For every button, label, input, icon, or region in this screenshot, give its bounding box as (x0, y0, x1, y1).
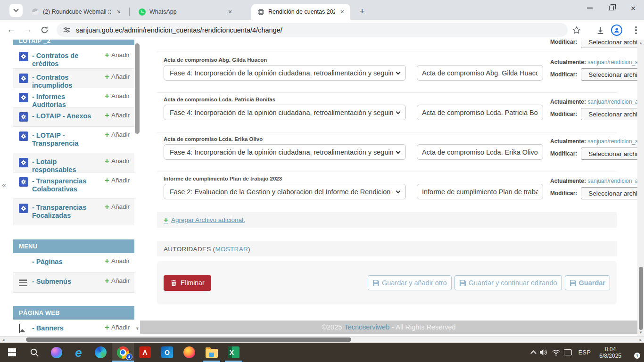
scroll-right-icon[interactable]: ► (637, 338, 644, 342)
file-name-input[interactable] (417, 184, 543, 199)
horizontal-scrollbar[interactable]: ◄ ► (0, 336, 644, 343)
close-tab-icon[interactable]: × (226, 8, 234, 16)
notification-center-button[interactable]: 1 (629, 348, 639, 357)
select-file-button[interactable]: Seleccionar archivo (581, 187, 637, 199)
phase-select[interactable]: Fase 4: Incorporación de la opinión ciud… (164, 65, 406, 81)
add-link[interactable]: Añadir (105, 177, 130, 184)
save-and-add-button[interactable]: Guardar y añadir otro (368, 275, 452, 290)
add-link[interactable]: Añadir (105, 203, 130, 210)
scroll-down-icon[interactable]: ▼ (637, 330, 644, 335)
add-link[interactable]: Añadir (105, 157, 130, 165)
sidebar-scroll-down-icon[interactable]: ▼ (135, 326, 140, 331)
taskbar-search-button[interactable] (23, 343, 45, 362)
add-link[interactable]: Añadir (105, 112, 130, 119)
file-name-input[interactable] (417, 105, 543, 120)
footer-company-link[interactable]: Tecnoserviweb (344, 323, 389, 331)
tab-whatsapp[interactable]: WhatsApp × (132, 4, 238, 20)
save-button[interactable]: Guardar (565, 275, 610, 290)
site-settings-icon[interactable] (63, 26, 70, 33)
restore-button[interactable] (601, 0, 622, 16)
sidebar-scrollbar-thumb[interactable] (135, 43, 140, 134)
reload-button[interactable] (38, 23, 51, 36)
file-name-input[interactable] (417, 65, 543, 81)
currently-label: Actualmente: (550, 99, 586, 105)
currently-label: Actualmente: (550, 138, 586, 145)
current-file-link[interactable]: sanjuan/rendicion_arch (587, 99, 637, 105)
taskbar-acrobat-button[interactable]: Λ (134, 343, 156, 362)
address-bar[interactable]: sanjuan.gob.ec/admin/rendicion_cuentas/r… (57, 23, 568, 37)
current-file-link[interactable]: sanjuan/rendicion_arch (587, 178, 637, 184)
vertical-scrollbar[interactable]: ▲ ▼ (637, 40, 644, 336)
minimize-button[interactable] (579, 0, 601, 16)
vertical-scrollbar-thumb[interactable] (639, 267, 643, 330)
profile-avatar-icon[interactable] (611, 24, 623, 36)
taskbar-excel-button[interactable]: X (223, 343, 245, 362)
add-link[interactable]: Añadir (105, 73, 130, 80)
sidebar-item-banners[interactable]: - Banners Añadir (13, 320, 134, 336)
close-tab-icon[interactable]: × (115, 8, 123, 16)
volume-icon[interactable] (539, 349, 548, 356)
sidebar-collapse-toggle[interactable]: « (2, 181, 6, 189)
taskbar-firefox-button[interactable] (178, 343, 200, 362)
scroll-up-icon[interactable]: ▲ (637, 41, 644, 45)
add-link[interactable]: Añadir (105, 51, 130, 58)
phase-select-value: Fase 4: Incorporación de la opinión ciud… (170, 148, 393, 156)
browser-menu-icon[interactable] (630, 24, 642, 36)
taskbar-copilot-button[interactable] (45, 343, 67, 362)
current-file-link[interactable]: sanjuan/rendicion_arch (587, 138, 637, 145)
remote-display-icon[interactable] (564, 349, 572, 355)
download-icon[interactable] (594, 24, 606, 36)
taskbar-edge-button[interactable] (90, 343, 112, 362)
horizontal-scrollbar-thumb[interactable] (26, 337, 351, 342)
current-file-link[interactable]: sanjuan/rendicion_arch (587, 59, 637, 66)
sidebar-item-informes-auditorias[interactable]: - Informes Auditorías Añadir (13, 88, 134, 107)
sidebar-scrollbar[interactable] (134, 40, 140, 336)
back-button[interactable]: ← (5, 23, 18, 36)
add-additional-file-link[interactable]: Agregar Archivo adicional. (164, 215, 245, 225)
tab-rendicion-active[interactable]: Rendición de cuentas 2024 | Mo × (251, 4, 350, 20)
add-link[interactable]: Añadir (105, 257, 130, 264)
bookmark-star-icon[interactable] (570, 24, 583, 36)
file-name-input[interactable] (417, 144, 543, 160)
tab-search-button[interactable] (9, 4, 23, 17)
sidebar-item-lotaip-anexos[interactable]: - LOTAIP - Anexos Añadir (13, 107, 134, 127)
taskbar-outlook-button[interactable]: O (156, 343, 178, 362)
add-link[interactable]: Añadir (105, 324, 130, 331)
save-and-continue-button[interactable]: Guardar y continuar editando (454, 275, 562, 290)
select-file-button[interactable]: Seleccionar archivo (581, 68, 637, 81)
new-tab-button[interactable] (356, 6, 368, 17)
start-button[interactable] (1, 343, 23, 362)
sidebar-item-contratos-incumplidos[interactable]: - Contratos incumplidos Añadir (13, 69, 134, 88)
add-link[interactable]: Añadir (105, 92, 130, 99)
phase-select[interactable]: Fase 4: Incorporación de la opinión ciud… (164, 144, 406, 160)
forward-button[interactable]: → (21, 23, 34, 36)
select-file-button[interactable]: Seleccionar archivo (581, 40, 637, 48)
sidebar-item-lotaip-transparencia[interactable]: - LOTAIP - Transparencia Añadir (13, 127, 134, 153)
sidebar-item-transparencias-colaborativas[interactable]: - Transparencias Colaborativas Añadir (13, 173, 134, 199)
sidebar-item-submenus[interactable]: - Submenús Añadir (13, 273, 134, 293)
show-authorities-link[interactable]: MOSTRAR (215, 246, 248, 253)
language-indicator[interactable]: ESP (576, 349, 594, 356)
delete-button[interactable]: Eliminar (164, 275, 211, 291)
close-window-button[interactable]: × (622, 0, 644, 16)
sidebar-item-paginas[interactable]: - Páginas Añadir (13, 253, 134, 273)
sidebar-item-lotaip-responsables[interactable]: - Lotaip responsables Añadir (13, 153, 134, 173)
scroll-left-icon[interactable]: ◄ (0, 338, 7, 342)
add-link[interactable]: Añadir (105, 277, 130, 284)
taskbar-file-explorer-button[interactable] (200, 343, 223, 362)
phase-select[interactable]: Fase 4: Incorporación de la opinión ciud… (164, 105, 406, 120)
select-file-button[interactable]: Seleccionar archivo (581, 148, 637, 160)
add-link[interactable]: Añadir (105, 131, 130, 138)
phase-select[interactable]: Fase 2: Evaluacion de la Gestion y elabo… (164, 184, 406, 199)
select-file-button[interactable]: Seleccionar archivo (581, 108, 637, 120)
taskbar-ie-button[interactable]: e (67, 343, 90, 362)
sidebar-item-transparencias-focalizadas[interactable]: - Transparencias Focalizadas Añadir (13, 199, 134, 225)
tab-roundcube[interactable]: (2) Roundcube Webmail :: Entra × (26, 4, 127, 20)
close-tab-icon[interactable]: × (338, 8, 347, 16)
sidebar-item-contratos-creditos[interactable]: - Contratos de créditos Añadir (13, 45, 134, 69)
taskbar-clock[interactable]: 8:04 6/8/2025 (597, 346, 623, 359)
wifi-icon[interactable] (552, 349, 560, 356)
hidden-icons-chevron-icon[interactable] (530, 350, 537, 356)
url-text[interactable]: sanjuan.gob.ec/admin/rendicion_cuentas/r… (76, 26, 282, 34)
taskbar-chrome-button[interactable] (112, 343, 134, 362)
